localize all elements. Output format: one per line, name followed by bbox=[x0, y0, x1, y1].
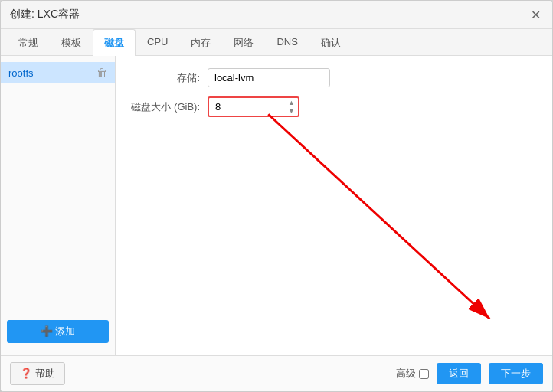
disk-size-label: 磁盘大小 (GiB): bbox=[131, 100, 208, 114]
title-bar: 创建: LXC容器 ✕ bbox=[1, 1, 552, 29]
footer: ❓ 帮助 高级 返回 下一步 bbox=[1, 355, 552, 391]
add-button[interactable]: ➕ 添加 bbox=[7, 320, 109, 343]
sidebar-item-rootfs[interactable]: rootfs 🗑 bbox=[1, 62, 115, 83]
sidebar: rootfs 🗑 ➕ 添加 bbox=[1, 56, 116, 355]
disk-size-input-wrapper: ▲ ▼ bbox=[208, 96, 299, 117]
footer-right: 高级 返回 下一步 bbox=[396, 363, 543, 384]
sidebar-item-label: rootfs bbox=[8, 67, 34, 79]
main-area: 存储: local-lvm local local-zfs 磁盘大小 (GiB)… bbox=[116, 56, 552, 355]
tab-confirm[interactable]: 确认 bbox=[309, 29, 352, 56]
disk-size-row: 磁盘大小 (GiB): ▲ ▼ bbox=[131, 96, 537, 117]
tab-network[interactable]: 网络 bbox=[222, 29, 265, 56]
tab-memory[interactable]: 内存 bbox=[179, 29, 222, 56]
svg-line-1 bbox=[268, 114, 489, 318]
tab-dns[interactable]: DNS bbox=[265, 29, 309, 56]
close-icon: ✕ bbox=[531, 8, 541, 22]
tab-template[interactable]: 模板 bbox=[50, 29, 93, 56]
help-button[interactable]: ❓ 帮助 bbox=[10, 362, 65, 385]
footer-left: ❓ 帮助 bbox=[10, 362, 65, 385]
content-area: rootfs 🗑 ➕ 添加 存储: local-lvm local local-… bbox=[1, 56, 552, 355]
advanced-checkbox[interactable] bbox=[419, 369, 429, 379]
close-button[interactable]: ✕ bbox=[528, 7, 543, 22]
tab-bar: 常规 模板 磁盘 CPU 内存 网络 DNS 确认 bbox=[1, 29, 552, 56]
tab-disk[interactable]: 磁盘 bbox=[93, 29, 136, 56]
disk-size-decrement[interactable]: ▼ bbox=[285, 107, 298, 116]
disk-size-spinners: ▲ ▼ bbox=[285, 98, 298, 116]
next-button[interactable]: 下一步 bbox=[489, 363, 543, 384]
dialog-title: 创建: LXC容器 bbox=[10, 8, 80, 21]
delete-icon[interactable]: 🗑 bbox=[97, 67, 107, 79]
sidebar-bottom: ➕ 添加 bbox=[1, 314, 115, 349]
storage-row: 存储: local-lvm local local-zfs bbox=[131, 68, 537, 87]
back-button[interactable]: 返回 bbox=[437, 363, 481, 384]
disk-size-increment[interactable]: ▲ bbox=[285, 98, 298, 107]
tab-general[interactable]: 常规 bbox=[7, 29, 50, 56]
storage-select[interactable]: local-lvm local local-zfs bbox=[208, 68, 330, 87]
advanced-row: 高级 bbox=[396, 367, 429, 381]
dialog: 创建: LXC容器 ✕ 常规 模板 磁盘 CPU 内存 网络 DNS 确认 ro… bbox=[0, 0, 553, 392]
storage-select-wrapper: local-lvm local local-zfs bbox=[208, 68, 330, 87]
tab-cpu[interactable]: CPU bbox=[136, 29, 179, 56]
storage-label: 存储: bbox=[131, 71, 208, 85]
advanced-label: 高级 bbox=[396, 367, 416, 381]
